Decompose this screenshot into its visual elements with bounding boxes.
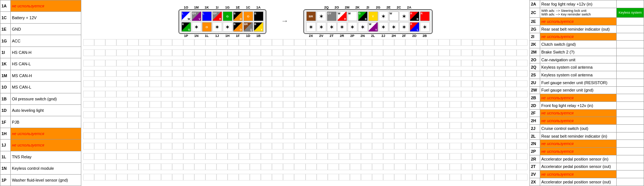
connector-pin: BG [181, 22, 191, 32]
empty-cell [427, 174, 439, 180]
connector-pin: BRQ [243, 22, 253, 32]
connector-pin: GYR [212, 11, 222, 21]
empty-cell [383, 174, 394, 180]
empty-cell [427, 153, 439, 160]
empty-cell [250, 39, 261, 46]
empty-cell [183, 101, 194, 108]
empty-cell [205, 111, 217, 118]
empty-cell [372, 49, 383, 56]
empty-cell [228, 49, 239, 56]
connector-pin: BY [254, 22, 263, 32]
empty-cell [494, 143, 505, 149]
empty-cell [328, 60, 339, 66]
empty-cell [328, 153, 339, 160]
empty-cell [394, 174, 405, 180]
empty-cell [261, 111, 272, 118]
empty-cell [228, 101, 239, 108]
empty-cell [94, 132, 105, 139]
empty-cell [461, 122, 472, 129]
empty-cell [228, 39, 239, 46]
empty-cell [150, 39, 161, 46]
empty-cell [427, 80, 439, 87]
empty-cell [339, 39, 350, 46]
right-row-id: 2H [530, 117, 540, 125]
empty-cell [127, 122, 139, 129]
empty-cell [272, 60, 283, 66]
empty-cell [283, 111, 294, 118]
empty-cell [306, 174, 317, 180]
right-row-id: 2M [530, 48, 540, 56]
empty-cell [517, 174, 528, 180]
empty-cell [439, 60, 450, 66]
pin-label: 2V [317, 34, 326, 38]
empty-cell [361, 111, 372, 118]
empty-cell [306, 80, 317, 87]
empty-cell [217, 163, 228, 170]
empty-cell [416, 39, 427, 46]
empty-cell [472, 70, 483, 77]
empty-cell [306, 132, 317, 139]
empty-cell [317, 80, 328, 87]
pin-label: 2A [405, 6, 414, 9]
empty-cell [150, 174, 161, 180]
empty-cell [306, 143, 317, 149]
empty-cell [127, 39, 139, 46]
empty-cell [217, 111, 228, 118]
pin-label: 2L [368, 34, 378, 38]
connector-pin: ✶ [337, 22, 347, 32]
connector-1: 1O1M1K1I1G1E1C1A LWGYVLGYRGBOOB BG✶O✶✶BO… [178, 6, 266, 38]
connector-pin: G [223, 11, 232, 21]
empty-cell [228, 70, 239, 77]
empty-cell [483, 101, 494, 108]
empty-cell [328, 101, 339, 108]
left-row-label: HS CAN-H [11, 46, 81, 58]
empty-cell [350, 143, 361, 149]
empty-cell [394, 153, 405, 160]
empty-cell [261, 49, 272, 56]
right-row-empty [617, 18, 644, 25]
empty-cell [450, 101, 461, 108]
empty-cell [317, 39, 328, 46]
connector-pin: GB [358, 11, 368, 21]
left-row-label: не используется [11, 0, 81, 12]
empty-cell [350, 153, 361, 160]
right-row-empty [617, 86, 644, 94]
empty-cell [150, 111, 161, 118]
connector-pin: W [348, 11, 357, 21]
empty-cell [139, 60, 150, 66]
right-row-label: Keyless system coil antenna [540, 71, 617, 79]
empty-cell [94, 111, 105, 118]
left-row-label: MS CAN-H [11, 70, 81, 81]
empty-cell [194, 49, 205, 56]
left-row-label: ACC [11, 35, 81, 46]
empty-cell [83, 70, 94, 77]
empty-cell [472, 91, 483, 97]
empty-cell [217, 80, 228, 87]
empty-cell [450, 111, 461, 118]
empty-cell [405, 39, 416, 46]
empty-cell [461, 111, 472, 118]
empty-cell [228, 111, 239, 118]
empty-cell [361, 91, 372, 97]
connector-pin: ✶ [327, 22, 337, 32]
empty-cell [416, 80, 427, 87]
empty-cell [483, 163, 494, 170]
empty-cell [161, 39, 172, 46]
empty-cell [83, 132, 94, 139]
empty-cell [505, 132, 517, 139]
empty-cell [416, 91, 427, 97]
empty-cell [161, 111, 172, 118]
right-row-label: Brake Switch 2 (?) [540, 48, 617, 56]
empty-cell [83, 163, 94, 170]
empty-cell [405, 174, 416, 180]
empty-cell [194, 80, 205, 87]
empty-cell [439, 163, 450, 170]
empty-cell [517, 153, 528, 160]
empty-cell [250, 153, 261, 160]
empty-cell [394, 39, 405, 46]
empty-cell [472, 153, 483, 160]
left-row-label: PJB [11, 116, 81, 128]
empty-cell [317, 174, 328, 180]
empty-cell [250, 132, 261, 139]
empty-cell [416, 153, 427, 160]
